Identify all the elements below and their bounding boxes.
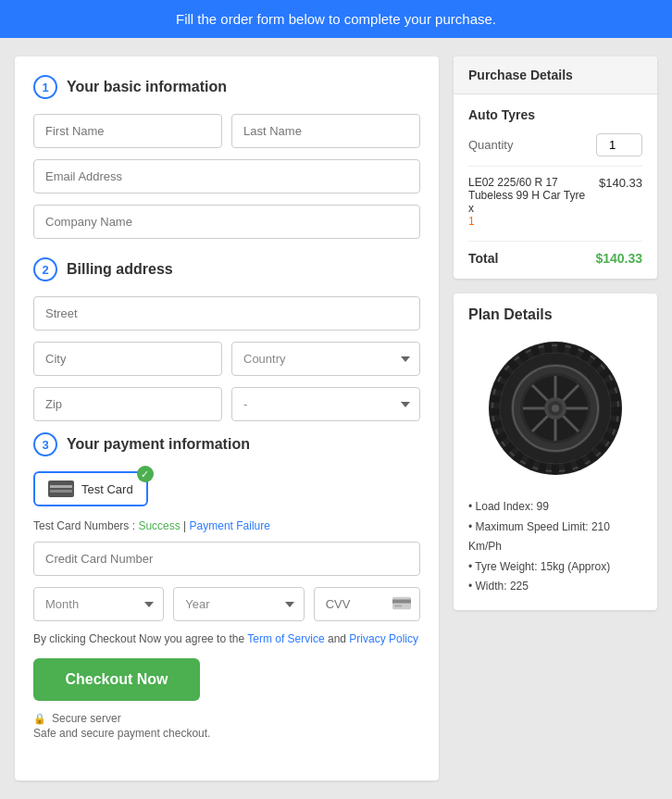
terms-text: By clicking Checkout Now you agree to th… [33, 632, 420, 645]
email-input[interactable] [33, 159, 420, 194]
state-select[interactable]: - [231, 387, 420, 421]
section1-heading: 1 Your basic information [33, 75, 420, 99]
tyre-image [481, 334, 629, 482]
safe-label: Safe and secure payment checkout. [33, 727, 210, 740]
test-card-label: Test Card Numbers : [33, 519, 135, 532]
product-title: Auto Tyres [468, 107, 642, 122]
secure-info: 🔒 Secure server Safe and secure payment … [33, 712, 420, 740]
right-panel: Purchase Details Auto Tyres Quantity LE0… [454, 56, 657, 780]
step3-circle: 3 [33, 432, 57, 456]
section2-title: Billing address [67, 261, 173, 278]
secure-label: Secure server [52, 712, 121, 725]
company-name-input[interactable] [33, 205, 420, 239]
zip-input[interactable] [33, 387, 222, 421]
terms-and: and [328, 632, 346, 645]
step2-circle: 2 [33, 257, 57, 281]
card-stripe-top [50, 485, 72, 488]
plan-specs: Load Index: 99 Maximum Speed Limit: 210 … [468, 497, 642, 597]
section2-heading: 2 Billing address [33, 257, 420, 281]
quantity-label: Quantity [468, 138, 513, 152]
quantity-row: Quantity [468, 133, 642, 156]
card-option[interactable]: Test Card ✓ [33, 471, 148, 506]
section3-heading: 3 Your payment information [33, 432, 420, 456]
total-label: Total [468, 251, 498, 266]
section1-title: Your basic information [67, 79, 227, 95]
spec-load: Load Index: 99 [468, 497, 642, 518]
spec-weight: Tyre Weight: 15kg (Approx) [468, 557, 642, 578]
checkmark-badge: ✓ [137, 466, 154, 482]
cvv-wrapper [314, 587, 420, 621]
secure-server-row: 🔒 Secure server [33, 712, 420, 725]
spec-speed: Maximum Speed Limit: 210 Km/Ph [468, 518, 642, 557]
name-row [33, 114, 420, 148]
city-input[interactable] [33, 342, 222, 376]
svg-point-16 [552, 405, 559, 412]
year-select[interactable]: Year [173, 587, 304, 621]
checkout-button[interactable]: Checkout Now [33, 658, 200, 701]
banner-text: Fill the order form below to complete yo… [176, 11, 496, 27]
separator: | [183, 519, 186, 532]
terms-prefix: By clicking Checkout Now you agree to th… [33, 632, 244, 645]
city-country-row: Country [33, 342, 420, 376]
terms-link[interactable]: Term of Service [247, 632, 324, 645]
top-banner: Fill the order form below to complete yo… [0, 0, 672, 38]
product-row: LE02 225/60 R 17 Tubeless 99 H Car Tyre … [468, 166, 642, 237]
plan-details-title: Plan Details [468, 306, 642, 323]
spec-width: Width: 225 [468, 577, 642, 597]
cvv-card-icon [392, 596, 411, 612]
tyre-image-container [468, 334, 642, 486]
total-row: Total $140.33 [468, 241, 642, 266]
payment-failure-link[interactable]: Payment Failure [190, 519, 270, 532]
zip-state-row: - [33, 387, 420, 421]
card-icon [48, 481, 74, 497]
month-select[interactable]: Month [33, 587, 164, 621]
card-icon-inner [50, 485, 72, 493]
last-name-input[interactable] [231, 114, 420, 148]
payment-details-row: Month Year [33, 587, 420, 621]
purchase-details-body: Auto Tyres Quantity LE02 225/60 R 17 Tub… [454, 94, 657, 279]
page-wrapper: Fill the order form below to complete yo… [0, 0, 672, 799]
safe-payment-row: Safe and secure payment checkout. [33, 727, 420, 740]
success-link[interactable]: Success [138, 519, 180, 532]
step1-circle: 1 [33, 75, 57, 99]
street-input[interactable] [33, 296, 420, 331]
left-panel: 1 Your basic information 2 Billing addre… [15, 56, 439, 780]
country-select[interactable]: Country [231, 342, 420, 376]
section3-title: Your payment information [67, 436, 250, 453]
product-desc: LE02 225/60 R 17 Tubeless 99 H Car Tyre … [468, 176, 589, 228]
first-name-input[interactable] [33, 114, 222, 148]
svg-rect-2 [394, 605, 402, 606]
card-stripe-bottom [50, 490, 72, 493]
test-card-info: Test Card Numbers : Success | Payment Fa… [33, 519, 420, 532]
purchase-details-header: Purchase Details [454, 56, 657, 94]
quantity-input[interactable] [596, 133, 642, 156]
plan-details-card: Plan Details [454, 293, 657, 610]
credit-card-input[interactable] [33, 542, 420, 576]
product-qty: 1 [468, 215, 475, 228]
product-price: $140.33 [599, 176, 642, 190]
total-price: $140.33 [595, 251, 642, 266]
purchase-details-card: Purchase Details Auto Tyres Quantity LE0… [454, 56, 657, 279]
card-label: Test Card [81, 482, 133, 496]
lock-icon: 🔒 [33, 713, 46, 725]
main-content: 1 Your basic information 2 Billing addre… [0, 38, 672, 799]
privacy-link[interactable]: Privacy Policy [349, 632, 418, 645]
svg-rect-1 [392, 599, 411, 603]
